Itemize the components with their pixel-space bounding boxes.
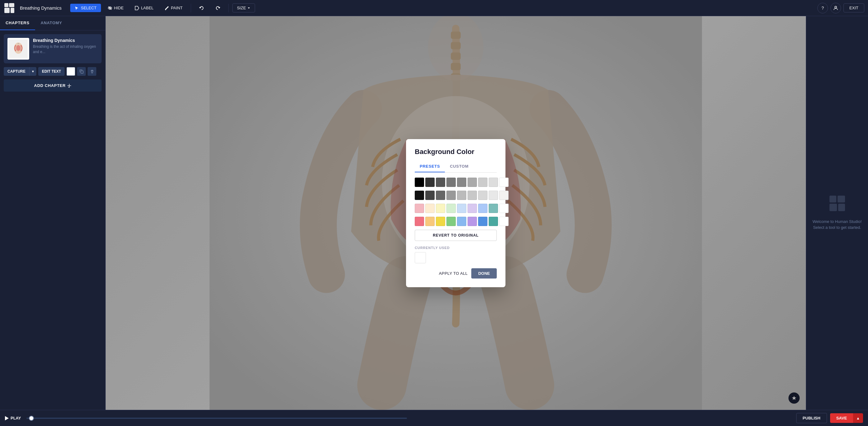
color-preset-cell[interactable] [468, 191, 477, 200]
modal-tabs: PRESETS CUSTOM [415, 161, 497, 173]
redo-button[interactable] [211, 4, 225, 12]
apply-to-all-button[interactable]: APPLY TO ALL [439, 271, 468, 276]
color-preset-cell[interactable] [489, 204, 498, 213]
tab-anatomy[interactable]: ANATOMY [35, 16, 68, 30]
capture-dropdown-button[interactable]: ▾ [29, 67, 36, 76]
color-preset-cell[interactable] [436, 217, 445, 226]
modal-title: Background Color [415, 148, 497, 156]
save-button[interactable]: SAVE [830, 413, 853, 423]
modal-footer: APPLY TO ALL DONE [415, 268, 497, 278]
capture-main-button[interactable]: CAPTURE [4, 67, 29, 76]
chapter-description: Breathing is the act of inhaling oxygen … [33, 44, 98, 55]
color-preset-cell[interactable] [478, 191, 488, 200]
save-button-group: SAVE ▲ [830, 413, 863, 423]
color-preset-cell[interactable] [436, 177, 445, 187]
color-preset-cell[interactable] [478, 204, 488, 213]
color-preset-cell[interactable] [489, 217, 498, 226]
capture-button-group: CAPTURE ▾ [4, 67, 36, 76]
color-presets-grid-2 [415, 191, 497, 200]
color-preset-cell[interactable] [478, 217, 488, 226]
custom-tab[interactable]: CUSTOM [445, 161, 473, 172]
svg-rect-0 [4, 3, 8, 7]
right-panel: Welcome to Human Studio! Select a tool t… [806, 16, 868, 410]
color-preset-cell[interactable] [425, 177, 435, 187]
color-preset-cell[interactable] [499, 177, 508, 187]
timeline-track[interactable] [26, 418, 407, 419]
svg-point-9 [17, 45, 20, 51]
color-preset-cell[interactable] [436, 191, 445, 200]
color-presets-grid-3 [415, 204, 497, 213]
app-title: Breathing Dynamics [20, 5, 62, 10]
size-dropdown-button[interactable]: SIZE [232, 3, 255, 12]
color-preset-cell[interactable] [446, 217, 456, 226]
revert-button[interactable]: REVERT TO ORIGINAL [415, 230, 497, 241]
svg-rect-3 [10, 8, 14, 13]
color-preset-cell[interactable] [457, 191, 466, 200]
modal-overlay: Background Color PRESETS CUSTOM REVERT T… [105, 16, 806, 410]
welcome-text: Welcome to Human Studio! Select a tool t… [813, 219, 862, 231]
timeline-thumb[interactable] [29, 416, 34, 421]
color-preset-cell[interactable] [425, 204, 435, 213]
color-preset-cell[interactable] [425, 191, 435, 200]
color-preset-cell[interactable] [425, 217, 435, 226]
color-preset-cell[interactable] [457, 217, 466, 226]
color-preset-cell[interactable] [415, 217, 424, 226]
top-nav: Breathing Dynamics SELECT HIDE LABEL PAI… [0, 0, 868, 16]
edit-text-button[interactable]: EDIT TEXT [38, 67, 65, 76]
bottom-bar: PLAY PUBLISH SAVE ▲ [0, 410, 868, 426]
color-presets-grid [415, 177, 497, 187]
play-button[interactable]: PLAY [5, 416, 21, 420]
color-preset-cell[interactable] [468, 217, 477, 226]
svg-rect-10 [81, 71, 83, 73]
copy-chapter-button[interactable] [77, 67, 86, 76]
color-preset-cell[interactable] [468, 177, 477, 187]
canvas-area: Background Color PRESETS CUSTOM REVERT T… [105, 16, 806, 410]
color-preset-cell[interactable] [415, 177, 424, 187]
save-dropdown-button[interactable]: ▲ [853, 413, 863, 423]
color-preset-cell[interactable] [499, 191, 508, 200]
tab-chapters[interactable]: CHAPTERS [0, 16, 35, 30]
currently-used-label: CURRENTLY USED [415, 246, 497, 250]
done-button[interactable]: DONE [471, 268, 497, 278]
chapter-card: Breathing Dynamics Breathing is the act … [4, 34, 101, 63]
chapter-name: Breathing Dynamics [33, 38, 98, 43]
nav-divider-1 [191, 4, 191, 12]
help-button[interactable]: ? [817, 3, 828, 13]
paint-tool-button[interactable]: PAINT [160, 4, 187, 12]
svg-rect-23 [838, 204, 845, 211]
svg-rect-1 [9, 3, 14, 7]
color-preset-cell[interactable] [457, 204, 466, 213]
color-preset-cell[interactable] [499, 217, 508, 226]
hide-tool-button[interactable]: HIDE [103, 4, 128, 12]
color-preset-cell[interactable] [499, 204, 508, 213]
color-preset-cell[interactable] [457, 177, 466, 187]
sidebar: CHAPTERS ANATOMY [0, 16, 105, 410]
exit-button[interactable]: EXIT [843, 3, 864, 12]
publish-button[interactable]: PUBLISH [796, 413, 827, 423]
nav-divider-2 [228, 4, 229, 12]
color-preset-cell[interactable] [446, 204, 456, 213]
color-preset-cell[interactable] [415, 204, 424, 213]
color-preset-cell[interactable] [415, 191, 424, 200]
undo-button[interactable] [195, 4, 209, 12]
svg-rect-22 [830, 204, 837, 211]
label-tool-button[interactable]: LABEL [130, 4, 158, 12]
main-area: CHAPTERS ANATOMY [0, 16, 868, 410]
add-chapter-button[interactable]: ADD CHAPTER [4, 79, 101, 92]
svg-point-6 [835, 6, 837, 8]
color-preset-cell[interactable] [468, 204, 477, 213]
delete-chapter-button[interactable] [88, 67, 96, 76]
presets-tab[interactable]: PRESETS [415, 161, 445, 172]
svg-rect-21 [838, 196, 845, 202]
color-preset-cell[interactable] [446, 177, 456, 187]
svg-rect-20 [830, 196, 836, 202]
color-swatch-button[interactable] [66, 67, 75, 76]
chapter-info: Breathing Dynamics Breathing is the act … [33, 38, 98, 55]
user-button[interactable] [830, 3, 841, 13]
color-preset-cell[interactable] [489, 191, 498, 200]
color-preset-cell[interactable] [446, 191, 456, 200]
select-tool-button[interactable]: SELECT [70, 4, 101, 12]
color-preset-cell[interactable] [489, 177, 498, 187]
color-preset-cell[interactable] [478, 177, 488, 187]
color-preset-cell[interactable] [436, 204, 445, 213]
